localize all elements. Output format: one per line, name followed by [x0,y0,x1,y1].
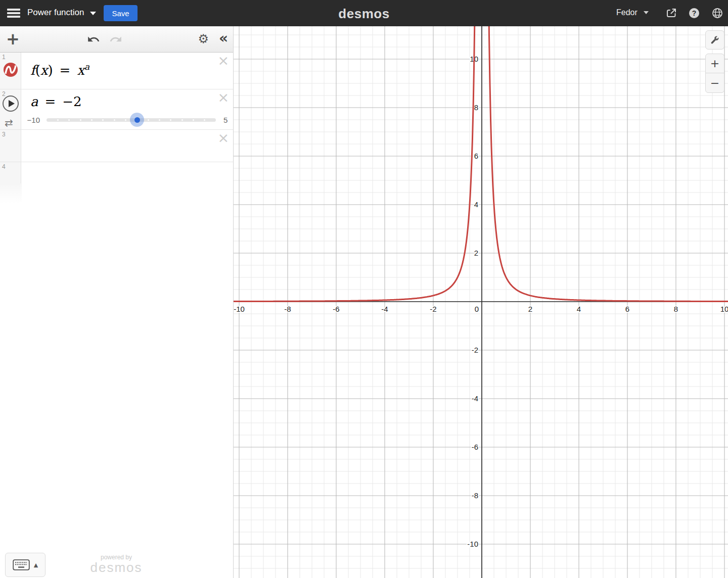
axis-tick-label: 8 [674,305,678,313]
keyboard-toggle-button[interactable]: ▲ [5,553,46,577]
undo-arrow-icon [87,33,100,46]
axis-tick-label: -8 [284,305,291,313]
axis-tick-label: -6 [333,305,339,313]
zoom-out-button[interactable]: − [706,73,724,92]
save-button[interactable]: Save [104,5,138,21]
axis-tick-label: -10 [467,540,478,548]
axis-tick-label: -10 [234,305,245,313]
slider-min-label[interactable]: −10 [21,116,40,124]
axis-tick-label: -8 [472,491,478,500]
gutter-fade [0,183,22,204]
function-curve[interactable] [234,26,728,302]
collapse-panel-button[interactable]: « [219,30,228,46]
axis-tick-label: -2 [472,346,478,354]
axis-tick-label: 2 [528,305,532,313]
expression-row-1[interactable]: 1 f(x)=xa × [0,53,233,89]
red-curve-icon[interactable] [3,62,18,77]
axis-tick-label: -4 [381,305,388,313]
slider-tick [91,119,93,121]
slider-tick [148,119,149,121]
slider-tick [68,119,70,121]
slider: −10 5 [21,114,233,129]
slider-tick [170,119,171,121]
undo-button[interactable] [87,33,100,47]
zoom-controls: + − [705,54,724,93]
expression-content-2[interactable]: a=−2 × −10 5 [21,89,233,129]
slider-handle[interactable] [130,113,144,127]
slider-tick [102,119,104,121]
axis-tick-label: 6 [625,305,629,313]
title-dropdown-caret-icon[interactable] [90,12,96,15]
expression-row-4[interactable]: 4 [0,162,233,183]
expression-gutter-4[interactable]: 4 [0,162,21,183]
menu-icon[interactable] [7,9,20,18]
expressions-toolbar: + ⚙ « [0,26,233,53]
row-index: 4 [2,163,6,170]
graph-title[interactable]: Power function [27,8,84,18]
loop-direction-icon[interactable]: ⇄ [5,117,13,129]
slider-handle-dot [134,117,140,123]
axis-tick-label: 0 [475,305,479,313]
expression-gutter-3[interactable]: 3 [0,130,21,162]
redo-arrow-icon [109,33,122,46]
svg-text:?: ? [692,9,697,17]
redo-button[interactable] [109,33,122,47]
add-expression-button[interactable]: + [6,29,20,49]
powered-by-desmos: powered by desmos [68,554,164,574]
row-index: 1 [2,54,6,61]
axis-tick-label: -2 [430,305,436,313]
slider-tick [181,119,183,121]
top-bar: Power function Save desmos Fedor ? [0,0,728,26]
zoom-in-button[interactable]: + [706,54,724,73]
user-dropdown-caret-icon[interactable] [644,11,649,14]
expression-latex-1[interactable]: f(x)=xa [30,62,89,78]
axis-tick-label: 2 [474,249,478,257]
expressions-panel: + ⚙ « 1 f(x)=xa × [0,26,234,578]
expression-gutter-2[interactable]: 2 ⇄ [0,89,21,129]
graph-settings-button[interactable] [705,30,724,50]
slider-tick [204,119,205,121]
axis-tick-label: 4 [577,305,581,313]
axis-tick-label: -6 [472,443,478,451]
delete-expression-button[interactable]: × [217,131,229,144]
graph-paper: -10-8-6-4-20246810-10-8-6-4-2246810 + − [234,26,728,578]
slider-tick [193,119,194,121]
axis-tick-label: 6 [474,152,478,160]
share-icon[interactable] [665,7,677,19]
slider-tick [80,119,81,121]
user-menu[interactable]: Fedor [616,8,638,17]
grid-major [234,26,728,578]
axes [234,26,728,578]
expression-row-2[interactable]: 2 ⇄ a=−2 × −10 5 [0,89,233,130]
axis-tick-label: -4 [472,394,478,403]
expression-content-4[interactable] [21,162,233,183]
slider-tick [125,119,126,121]
grid-minor [234,26,728,578]
delete-expression-button[interactable]: × [217,54,229,67]
slider-max-label[interactable]: 5 [223,116,228,124]
delete-expression-button[interactable]: × [217,90,229,104]
help-icon[interactable]: ? [688,7,700,19]
axis-tick-label: 4 [474,200,478,209]
expression-latex-2[interactable]: a=−2 [30,94,82,109]
wrench-icon [710,35,720,45]
graph-canvas[interactable]: -10-8-6-4-20246810-10-8-6-4-2246810 [234,26,728,578]
row-index: 3 [2,131,6,138]
expression-row-3[interactable]: 3 × [0,130,233,162]
axis-tick-label: 8 [474,103,478,112]
keyboard-icon [13,559,30,570]
slider-tick [159,119,160,121]
slider-tick [57,119,59,121]
expression-gutter-1[interactable]: 1 [0,53,21,89]
play-icon[interactable] [2,94,20,113]
settings-gear-icon[interactable]: ⚙ [198,32,209,46]
keyboard-expand-icon: ▲ [34,562,38,568]
globe-icon[interactable] [711,7,723,19]
expression-content-3[interactable]: × [21,130,233,162]
expression-content-1[interactable]: f(x)=xa × [21,53,233,89]
desmos-logo[interactable]: desmos [338,6,389,22]
axis-tick-label: 10 [720,305,728,313]
slider-tick [114,119,115,121]
